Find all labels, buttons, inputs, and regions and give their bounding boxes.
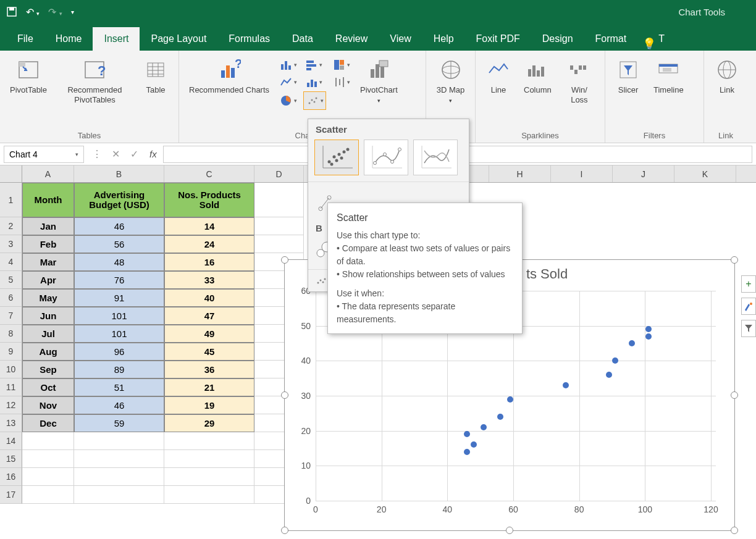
pie-chart-button[interactable]: ▾ [278,91,298,110]
chart-data-point[interactable] [464,449,470,455]
column-chart-button[interactable]: ▾ [278,57,298,73]
scatter-plain-option[interactable] [314,140,359,175]
cell-sold[interactable]: 45 [164,343,254,361]
cell-month[interactable]: Apr [22,271,74,289]
tab-foxit[interactable]: Foxit PDF [465,27,531,51]
row-header[interactable]: 6 [0,289,22,307]
cell-month[interactable]: Nov [22,396,74,414]
cell-month[interactable]: Feb [22,235,74,253]
cell-month[interactable]: Oct [22,378,74,396]
col-header-c[interactable]: C [164,165,254,182]
row-header[interactable]: 8 [0,325,22,343]
row-header[interactable]: 2 [0,217,22,235]
chart-data-point[interactable] [507,396,513,403]
cell-month[interactable]: Mar [22,253,74,271]
tab-format[interactable]: Format [584,27,638,51]
undo-icon[interactable]: ↶ ▾ [26,6,40,18]
chart-data-point[interactable] [612,357,618,364]
chart-resize-handle[interactable] [281,256,288,264]
chart-data-point[interactable] [606,372,612,378]
tell-me-icon[interactable]: 💡 [642,37,656,51]
area-chart-button[interactable]: ▾ [303,74,326,90]
row-header[interactable]: 15 [0,450,22,468]
cell-month[interactable]: Dec [22,414,74,432]
chart-resize-handle[interactable] [281,391,288,399]
chart-styles-button[interactable] [741,298,756,315]
chart-elements-button[interactable]: + [741,275,756,293]
tab-page-layout[interactable]: Page Layout [140,27,217,51]
row-header[interactable]: 17 [0,486,22,504]
enter-formula-icon[interactable]: ✓ [125,148,143,160]
chart-data-point[interactable] [645,333,652,340]
tab-home[interactable]: Home [44,27,93,51]
link-button[interactable]: Link [710,54,744,98]
cell-month[interactable]: Aug [22,343,74,361]
chart-data-point[interactable] [464,431,470,437]
cell-month[interactable]: Sep [22,361,74,378]
tab-tell-me[interactable]: T [656,27,676,51]
cell-sold[interactable]: 21 [164,378,254,396]
cell-budget[interactable]: 51 [74,378,164,396]
col-header-j[interactable]: J [613,165,674,182]
row-header[interactable]: 4 [0,253,22,271]
chart-data-point[interactable] [471,441,477,448]
chart-filters-button[interactable] [741,320,756,337]
slicer-button[interactable]: Slicer [611,54,645,98]
col-header-d[interactable]: D [254,165,304,182]
cell-sold[interactable]: 19 [164,396,254,414]
cell-b1[interactable]: Advertising Budget (USD) [74,183,164,217]
name-box[interactable]: Chart 4 ▾ [4,146,84,163]
cell-budget[interactable]: 48 [74,253,164,271]
tab-insert[interactable]: Insert [93,27,140,51]
cell-budget[interactable]: 101 [74,307,164,325]
qat-customize-icon[interactable]: ▾ [71,9,74,15]
tab-file[interactable]: File [6,27,44,51]
cell-budget[interactable]: 96 [74,343,164,361]
tab-data[interactable]: Data [281,27,324,51]
pivotchart-button[interactable]: PivotChart▾ [356,54,401,107]
bar-chart-button[interactable]: ▾ [303,57,326,73]
line-chart-button[interactable]: ▾ [278,74,298,90]
row-header[interactable]: 14 [0,432,22,450]
col-header-i[interactable]: I [551,165,613,182]
treemap-chart-button[interactable]: ▾ [331,57,351,73]
row-header[interactable]: 13 [0,414,22,432]
row-header[interactable]: 11 [0,378,22,396]
chart-data-point[interactable] [481,424,487,430]
cell-budget[interactable]: 59 [74,414,164,432]
save-icon[interactable] [6,6,17,17]
redo-icon[interactable]: ↷ ▾ [48,6,62,18]
cell-sold[interactable]: 40 [164,289,254,307]
cell-sold[interactable]: 36 [164,361,254,378]
cell-sold[interactable]: 49 [164,325,254,343]
scatter-smooth-lines-option[interactable] [413,140,458,175]
tab-design[interactable]: Design [531,27,584,51]
cell-sold[interactable]: 33 [164,271,254,289]
chart-data-point[interactable] [563,382,569,388]
col-header-h[interactable]: H [489,165,551,182]
cell-sold[interactable]: 29 [164,414,254,432]
recommended-pivottables-button[interactable]: ? Recommended PivotTables [56,54,134,107]
sparkline-winloss-button[interactable]: Win/ Loss [560,54,598,107]
row-header[interactable]: 10 [0,361,22,378]
chart-resize-handle[interactable] [731,391,738,399]
row-header[interactable]: 12 [0,396,22,414]
cell-a1[interactable]: Month [22,183,74,217]
pivottable-button[interactable]: PivotTable [6,54,51,98]
cell-sold[interactable]: 16 [164,253,254,271]
recommended-charts-button[interactable]: ? Recommended Charts [185,54,273,98]
cell-budget[interactable]: 101 [74,325,164,343]
cell-month[interactable]: Jul [22,325,74,343]
cell-sold[interactable]: 24 [164,235,254,253]
row-header[interactable]: 7 [0,307,22,325]
row-header[interactable]: 5 [0,271,22,289]
tab-formulas[interactable]: Formulas [217,27,281,51]
tab-view[interactable]: View [379,27,422,51]
scatter-chart-button[interactable]: ▾ [303,91,326,110]
cancel-formula-icon[interactable]: ✕ [106,148,125,160]
cell-budget[interactable]: 89 [74,361,164,378]
row-header[interactable]: 9 [0,343,22,361]
sparkline-column-button[interactable]: Column [520,54,555,98]
3d-map-button[interactable]: 3D Map ▾ [432,54,469,107]
row-header[interactable]: 3 [0,235,22,253]
